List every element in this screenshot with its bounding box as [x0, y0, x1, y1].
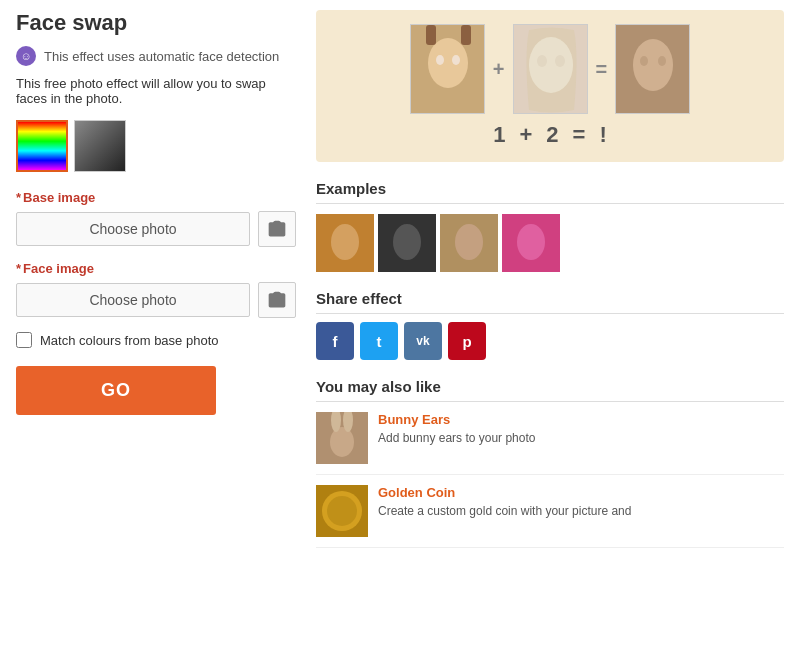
demo-face-3 — [615, 24, 690, 114]
page-title: Face swap — [16, 10, 296, 36]
coin-desc: Create a custom gold coin with your pict… — [378, 503, 631, 520]
demo-box: + = — [316, 10, 784, 162]
svg-point-12 — [640, 56, 648, 66]
share-title: Share effect — [316, 290, 784, 314]
match-colours-row: Match colours from base photo — [16, 332, 296, 348]
match-colours-label: Match colours from base photo — [40, 333, 218, 348]
svg-rect-4 — [426, 25, 436, 45]
svg-point-1 — [428, 38, 468, 88]
face-image-input-row: Choose photo — [16, 282, 296, 318]
also-title: You may also like — [316, 378, 784, 402]
formula-equals: = — [573, 122, 586, 148]
camera-icon-2 — [267, 290, 287, 310]
coin-thumb[interactable] — [316, 485, 368, 537]
pinterest-share-button[interactable]: p — [448, 322, 486, 360]
face3-svg — [616, 25, 690, 114]
base-image-input-row: Choose photo — [16, 211, 296, 247]
vk-icon: vk — [416, 334, 429, 348]
face-choose-photo-button[interactable]: Choose photo — [16, 283, 250, 317]
bunny-text: Bunny Ears Add bunny ears to your photo — [378, 412, 535, 447]
coin-text: Golden Coin Create a custom gold coin wi… — [378, 485, 631, 520]
go-button[interactable]: GO — [16, 366, 216, 415]
vk-share-button[interactable]: vk — [404, 322, 442, 360]
svg-point-21 — [517, 224, 545, 260]
svg-point-2 — [436, 55, 444, 65]
facebook-share-button[interactable]: f — [316, 322, 354, 360]
svg-point-13 — [658, 56, 666, 66]
description-text: This free photo effect will allow you to… — [16, 76, 296, 106]
base-camera-button[interactable] — [258, 211, 296, 247]
color-preview — [16, 120, 296, 172]
equals-sign: = — [596, 58, 608, 81]
example-thumb-4[interactable] — [502, 214, 560, 272]
examples-row — [316, 214, 784, 272]
plus-sign: + — [493, 58, 505, 81]
match-colours-checkbox[interactable] — [16, 332, 32, 348]
notice-text: This effect uses automatic face detectio… — [44, 49, 279, 64]
base-image-label: *Base image — [16, 190, 296, 205]
example-thumb-3[interactable] — [440, 214, 498, 272]
svg-rect-5 — [461, 25, 471, 45]
pt-icon: p — [462, 333, 471, 350]
formula-plus: + — [519, 122, 532, 148]
person-icon: ☺ — [16, 46, 36, 66]
formula-2: 2 — [546, 122, 558, 148]
base-choose-photo-button[interactable]: Choose photo — [16, 212, 250, 246]
svg-point-3 — [452, 55, 460, 65]
left-panel: Face swap ☺ This effect uses automatic f… — [16, 10, 296, 558]
demo-formula: 1 + 2 = ! — [330, 122, 770, 148]
camera-icon — [267, 219, 287, 239]
fb-icon: f — [333, 333, 338, 350]
right-panel: + = — [316, 10, 784, 558]
tw-icon: t — [377, 333, 382, 350]
formula-result: ! — [599, 122, 606, 148]
svg-point-28 — [327, 496, 357, 526]
rainbow-swatch — [16, 120, 68, 172]
gray-swatch — [74, 120, 126, 172]
svg-point-23 — [330, 427, 354, 457]
svg-point-19 — [455, 224, 483, 260]
example-thumb-1[interactable] — [316, 214, 374, 272]
face1-svg — [411, 25, 485, 114]
bunny-thumb[interactable] — [316, 412, 368, 464]
bunny-desc: Add bunny ears to your photo — [378, 430, 535, 447]
coin-title[interactable]: Golden Coin — [378, 485, 631, 500]
examples-title: Examples — [316, 180, 784, 204]
face-camera-button[interactable] — [258, 282, 296, 318]
bunny-title[interactable]: Bunny Ears — [378, 412, 535, 427]
demo-images: + = — [330, 24, 770, 114]
svg-point-15 — [331, 224, 359, 260]
demo-face-2 — [513, 24, 588, 114]
svg-point-17 — [393, 224, 421, 260]
share-buttons: f t vk p — [316, 322, 784, 360]
also-item-coin: Golden Coin Create a custom gold coin wi… — [316, 485, 784, 548]
svg-point-11 — [633, 39, 673, 91]
also-item-bunny: Bunny Ears Add bunny ears to your photo — [316, 412, 784, 475]
face-image-label: *Face image — [16, 261, 296, 276]
example-thumb-2[interactable] — [378, 214, 436, 272]
notice-bar: ☺ This effect uses automatic face detect… — [16, 46, 296, 66]
formula-1: 1 — [493, 122, 505, 148]
face2-svg — [514, 25, 588, 114]
twitter-share-button[interactable]: t — [360, 322, 398, 360]
demo-face-1 — [410, 24, 485, 114]
